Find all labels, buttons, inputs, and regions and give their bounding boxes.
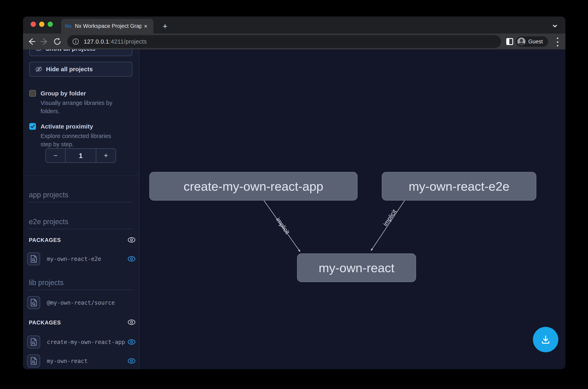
section-app-projects: app projects	[29, 191, 133, 202]
packages-heading-lib: PACKAGES	[29, 320, 61, 326]
project-eye-icon[interactable]	[127, 357, 136, 365]
nx-favicon-icon: Nx	[65, 23, 72, 30]
project-graph-canvas[interactable]: implicit implicit create-my-own-react-ap…	[139, 49, 565, 369]
graph-node-my-own-react[interactable]: my-own-react	[297, 253, 416, 282]
site-info-icon[interactable]	[72, 38, 79, 45]
minimize-window-button[interactable]	[39, 22, 44, 27]
group-by-folder-row: Group by folder Visually arrange librari…	[29, 90, 134, 120]
packages-e2e-eye-icon[interactable]	[127, 236, 136, 244]
profile-label: Guest	[528, 38, 543, 45]
node-label: my-own-react-e2e	[409, 179, 510, 194]
url-host: 127.0.0.1	[84, 38, 109, 45]
node-label: create-my-own-react-app	[184, 179, 324, 194]
tab-strip: Nx Nx Workspace Project Graph × +	[23, 17, 565, 33]
project-item-label[interactable]: @my-own-react/source	[47, 299, 115, 306]
file-search-icon	[30, 255, 37, 263]
show-all-projects-label: Show all projects	[46, 49, 96, 52]
browser-tab[interactable]: Nx Nx Workspace Project Graph ×	[61, 19, 153, 33]
file-search-icon	[30, 338, 37, 346]
file-search-icon	[30, 357, 37, 365]
back-icon[interactable]	[27, 37, 36, 46]
file-search-icon	[30, 299, 37, 307]
reload-icon[interactable]	[53, 37, 62, 46]
node-label: my-own-react	[319, 261, 394, 275]
project-item-label[interactable]: create-my-own-react-app	[47, 339, 125, 345]
activate-proximity-desc: Explore connected libraries step by step…	[40, 132, 121, 149]
tab-title: Nx Workspace Project Graph	[75, 23, 142, 29]
sidebar-divider	[23, 176, 139, 176]
url-path: :4211/projects	[109, 38, 147, 45]
browser-menu-icon[interactable]	[556, 37, 558, 46]
url-bar[interactable]: 127.0.0.1:4211/projects	[67, 35, 501, 48]
browser-toolbar: 127.0.0.1:4211/projects Guest	[23, 33, 565, 49]
group-by-folder-desc: Visually arrange libraries by folders.	[40, 99, 121, 115]
focus-project-button[interactable]	[27, 296, 40, 309]
close-window-button[interactable]	[31, 22, 36, 27]
activate-proximity-label: Activate proximity	[40, 123, 93, 130]
close-tab-icon[interactable]: ×	[142, 22, 150, 30]
hide-all-projects-button[interactable]: Hide all projects	[29, 62, 132, 77]
edge-label: implicit	[275, 216, 291, 235]
activate-proximity-checkbox[interactable]	[29, 123, 36, 130]
avatar	[517, 37, 525, 46]
project-item-label[interactable]: my-own-react	[47, 358, 88, 364]
download-graph-button[interactable]	[533, 327, 558, 352]
checkmark-icon	[29, 123, 36, 130]
packages-lib-eye-icon[interactable]	[127, 318, 136, 326]
focus-project-button[interactable]	[27, 335, 40, 349]
hide-all-projects-label: Hide all projects	[46, 66, 93, 73]
eye-icon	[35, 49, 42, 52]
edge-label: implicit	[382, 208, 398, 227]
url-text: 127.0.0.1:4211/projects	[84, 38, 147, 45]
project-eye-icon[interactable]	[127, 338, 136, 346]
proximity-depth-stepper: − 1 +	[45, 148, 116, 163]
section-e2e-projects: e2e projects	[29, 218, 133, 229]
sidebar: Show all projects Hide all projects Grou…	[23, 49, 139, 369]
graph-edges: implicit implicit	[139, 49, 565, 369]
graph-node-my-own-react-e2e[interactable]: my-own-react-e2e	[382, 172, 536, 200]
packages-heading-e2e: PACKAGES	[29, 237, 61, 243]
profile-button[interactable]: Guest	[516, 36, 548, 47]
page-content: Show all projects Hide all projects Grou…	[23, 49, 565, 369]
focus-project-button[interactable]	[27, 252, 40, 265]
forward-icon[interactable]	[40, 37, 49, 46]
new-tab-button[interactable]: +	[161, 22, 169, 31]
zoom-window-button[interactable]	[48, 22, 53, 27]
project-eye-icon[interactable]	[127, 255, 136, 263]
eye-off-icon	[35, 65, 42, 73]
stepper-value: 1	[65, 149, 96, 162]
project-item-label[interactable]: my-own-react-e2e	[47, 256, 101, 262]
section-lib-projects: lib projects	[29, 278, 133, 290]
download-icon	[540, 334, 551, 345]
stepper-increment-button[interactable]: +	[96, 149, 116, 162]
chevron-down-icon[interactable]	[551, 22, 559, 30]
group-by-folder-label: Group by folder	[40, 90, 86, 97]
browser-window: Nx Nx Workspace Project Graph × + 127.0	[23, 17, 565, 369]
side-panel-icon[interactable]	[506, 38, 513, 45]
stepper-decrement-button[interactable]: −	[46, 149, 65, 162]
focus-project-button[interactable]	[27, 355, 40, 367]
group-by-folder-checkbox[interactable]	[29, 90, 36, 97]
show-all-projects-button[interactable]: Show all projects	[29, 49, 132, 56]
graph-node-create-my-own-react-app[interactable]: create-my-own-react-app	[149, 172, 358, 200]
